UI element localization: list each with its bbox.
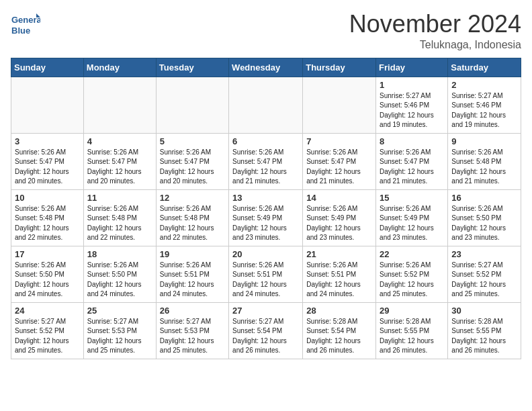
calendar-cell: 26Sunrise: 5:27 AM Sunset: 5:53 PM Dayli… <box>156 302 228 359</box>
svg-text:Blue: Blue <box>11 26 30 36</box>
day-info: Sunrise: 5:27 AM Sunset: 5:53 PM Dayligh… <box>160 317 225 356</box>
day-number: 14 <box>306 193 372 203</box>
day-info: Sunrise: 5:26 AM Sunset: 5:51 PM Dayligh… <box>306 261 372 300</box>
week-row-1: 1Sunrise: 5:27 AM Sunset: 5:46 PM Daylig… <box>11 77 521 133</box>
day-number: 19 <box>160 249 225 259</box>
day-number: 15 <box>380 193 444 203</box>
calendar-cell: 19Sunrise: 5:26 AM Sunset: 5:51 PM Dayli… <box>156 246 228 302</box>
calendar-cell: 24Sunrise: 5:27 AM Sunset: 5:52 PM Dayli… <box>11 302 84 359</box>
col-monday: Monday <box>83 58 156 77</box>
day-info: Sunrise: 5:27 AM Sunset: 5:53 PM Dayligh… <box>87 317 152 356</box>
header: General Blue November 2024 Teluknaga, In… <box>11 11 521 51</box>
day-number: 22 <box>380 249 444 259</box>
day-number: 26 <box>160 306 225 316</box>
day-info: Sunrise: 5:26 AM Sunset: 5:47 PM Dayligh… <box>380 148 444 187</box>
week-row-2: 3Sunrise: 5:26 AM Sunset: 5:47 PM Daylig… <box>11 133 521 189</box>
day-number: 10 <box>15 193 80 203</box>
logo-svg: General Blue <box>11 11 40 40</box>
calendar-cell: 21Sunrise: 5:26 AM Sunset: 5:51 PM Dayli… <box>303 246 376 302</box>
calendar-cell: 12Sunrise: 5:26 AM Sunset: 5:48 PM Dayli… <box>156 189 228 246</box>
week-row-3: 10Sunrise: 5:26 AM Sunset: 5:48 PM Dayli… <box>11 189 521 246</box>
day-info: Sunrise: 5:26 AM Sunset: 5:47 PM Dayligh… <box>232 148 299 187</box>
day-number: 2 <box>451 80 517 90</box>
page: General Blue November 2024 Teluknaga, In… <box>0 0 532 367</box>
calendar-cell: 5Sunrise: 5:26 AM Sunset: 5:47 PM Daylig… <box>156 133 228 189</box>
day-number: 12 <box>160 193 225 203</box>
day-info: Sunrise: 5:26 AM Sunset: 5:49 PM Dayligh… <box>306 204 372 243</box>
calendar-cell: 9Sunrise: 5:26 AM Sunset: 5:48 PM Daylig… <box>448 133 521 189</box>
day-number: 27 <box>232 306 299 316</box>
day-number: 21 <box>306 249 372 259</box>
day-info: Sunrise: 5:26 AM Sunset: 5:49 PM Dayligh… <box>380 204 444 243</box>
calendar-cell <box>303 77 376 133</box>
calendar-cell <box>11 77 84 133</box>
calendar-cell: 23Sunrise: 5:27 AM Sunset: 5:52 PM Dayli… <box>448 246 521 302</box>
col-tuesday: Tuesday <box>156 58 228 77</box>
day-info: Sunrise: 5:26 AM Sunset: 5:48 PM Dayligh… <box>160 204 225 243</box>
svg-text:General: General <box>11 15 40 25</box>
calendar-header-row: Sunday Monday Tuesday Wednesday Thursday… <box>11 58 521 77</box>
day-number: 5 <box>160 136 225 146</box>
calendar-cell: 2Sunrise: 5:27 AM Sunset: 5:46 PM Daylig… <box>448 77 521 133</box>
calendar-cell: 1Sunrise: 5:27 AM Sunset: 5:46 PM Daylig… <box>376 77 448 133</box>
day-number: 6 <box>232 136 299 146</box>
calendar-cell: 22Sunrise: 5:26 AM Sunset: 5:52 PM Dayli… <box>376 246 448 302</box>
month-title: November 2024 <box>349 11 521 38</box>
calendar-cell: 28Sunrise: 5:28 AM Sunset: 5:54 PM Dayli… <box>303 302 376 359</box>
calendar-cell: 20Sunrise: 5:26 AM Sunset: 5:51 PM Dayli… <box>229 246 303 302</box>
day-info: Sunrise: 5:26 AM Sunset: 5:50 PM Dayligh… <box>15 261 80 300</box>
col-sunday: Sunday <box>11 58 84 77</box>
day-info: Sunrise: 5:26 AM Sunset: 5:50 PM Dayligh… <box>451 204 517 243</box>
day-info: Sunrise: 5:27 AM Sunset: 5:52 PM Dayligh… <box>15 317 80 356</box>
logo-area: General Blue <box>11 11 40 40</box>
day-number: 13 <box>232 193 299 203</box>
calendar-cell: 10Sunrise: 5:26 AM Sunset: 5:48 PM Dayli… <box>11 189 84 246</box>
calendar-cell: 30Sunrise: 5:28 AM Sunset: 5:55 PM Dayli… <box>448 302 521 359</box>
day-info: Sunrise: 5:26 AM Sunset: 5:47 PM Dayligh… <box>15 148 80 187</box>
col-friday: Friday <box>376 58 448 77</box>
week-row-5: 24Sunrise: 5:27 AM Sunset: 5:52 PM Dayli… <box>11 302 521 359</box>
day-number: 8 <box>380 136 444 146</box>
calendar-cell: 18Sunrise: 5:26 AM Sunset: 5:50 PM Dayli… <box>83 246 156 302</box>
day-number: 18 <box>87 249 152 259</box>
calendar-cell: 6Sunrise: 5:26 AM Sunset: 5:47 PM Daylig… <box>229 133 303 189</box>
calendar-cell <box>156 77 228 133</box>
day-info: Sunrise: 5:26 AM Sunset: 5:51 PM Dayligh… <box>232 261 299 300</box>
day-info: Sunrise: 5:26 AM Sunset: 5:48 PM Dayligh… <box>87 204 152 243</box>
day-info: Sunrise: 5:26 AM Sunset: 5:50 PM Dayligh… <box>87 261 152 300</box>
day-number: 25 <box>87 306 152 316</box>
calendar-cell: 17Sunrise: 5:26 AM Sunset: 5:50 PM Dayli… <box>11 246 84 302</box>
day-info: Sunrise: 5:26 AM Sunset: 5:47 PM Dayligh… <box>306 148 372 187</box>
location-title: Teluknaga, Indonesia <box>349 39 521 51</box>
calendar-cell: 13Sunrise: 5:26 AM Sunset: 5:49 PM Dayli… <box>229 189 303 246</box>
day-number: 28 <box>306 306 372 316</box>
week-row-4: 17Sunrise: 5:26 AM Sunset: 5:50 PM Dayli… <box>11 246 521 302</box>
day-info: Sunrise: 5:26 AM Sunset: 5:51 PM Dayligh… <box>160 261 225 300</box>
calendar-cell: 8Sunrise: 5:26 AM Sunset: 5:47 PM Daylig… <box>376 133 448 189</box>
day-info: Sunrise: 5:28 AM Sunset: 5:54 PM Dayligh… <box>306 317 372 356</box>
calendar-cell: 27Sunrise: 5:27 AM Sunset: 5:54 PM Dayli… <box>229 302 303 359</box>
calendar-cell: 4Sunrise: 5:26 AM Sunset: 5:47 PM Daylig… <box>83 133 156 189</box>
day-number: 3 <box>15 136 80 146</box>
col-thursday: Thursday <box>303 58 376 77</box>
day-info: Sunrise: 5:26 AM Sunset: 5:49 PM Dayligh… <box>232 204 299 243</box>
calendar-cell <box>229 77 303 133</box>
calendar-cell <box>83 77 156 133</box>
calendar: Sunday Monday Tuesday Wednesday Thursday… <box>11 58 521 359</box>
calendar-cell: 16Sunrise: 5:26 AM Sunset: 5:50 PM Dayli… <box>448 189 521 246</box>
day-info: Sunrise: 5:26 AM Sunset: 5:48 PM Dayligh… <box>451 148 517 187</box>
day-number: 9 <box>451 136 517 146</box>
day-info: Sunrise: 5:27 AM Sunset: 5:54 PM Dayligh… <box>232 317 299 356</box>
col-wednesday: Wednesday <box>229 58 303 77</box>
day-number: 24 <box>15 306 80 316</box>
day-info: Sunrise: 5:28 AM Sunset: 5:55 PM Dayligh… <box>380 317 444 356</box>
day-number: 16 <box>451 193 517 203</box>
day-info: Sunrise: 5:26 AM Sunset: 5:52 PM Dayligh… <box>380 261 444 300</box>
day-info: Sunrise: 5:28 AM Sunset: 5:55 PM Dayligh… <box>451 317 517 356</box>
day-number: 23 <box>451 249 517 259</box>
day-number: 7 <box>306 136 372 146</box>
calendar-cell: 29Sunrise: 5:28 AM Sunset: 5:55 PM Dayli… <box>376 302 448 359</box>
calendar-cell: 11Sunrise: 5:26 AM Sunset: 5:48 PM Dayli… <box>83 189 156 246</box>
day-number: 4 <box>87 136 152 146</box>
day-number: 30 <box>451 306 517 316</box>
